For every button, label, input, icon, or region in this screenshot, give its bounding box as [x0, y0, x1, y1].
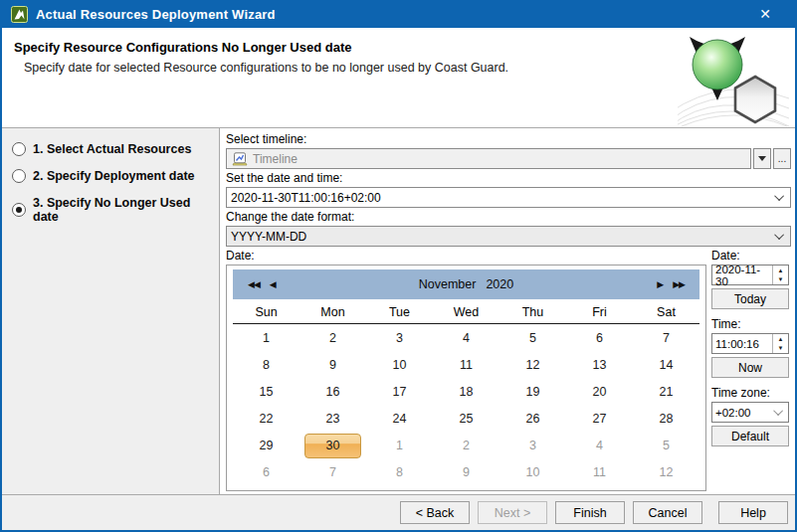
- calendar-day[interactable]: 29: [233, 433, 299, 459]
- next-button[interactable]: Next >: [478, 501, 547, 524]
- radio-icon[interactable]: [12, 142, 26, 156]
- datetime-value: 2020-11-30T11:00:16+02:00: [231, 191, 777, 205]
- calendar-day[interactable]: 7: [633, 324, 699, 351]
- timeline-value: Timeline: [253, 152, 298, 166]
- titlebar[interactable]: Actual Resources Deployment Wizard ✕: [2, 0, 795, 28]
- window-title: Actual Resources Deployment Wizard: [36, 7, 743, 22]
- calendar-day[interactable]: 27: [566, 405, 633, 432]
- timeline-diagram-icon: [232, 152, 248, 166]
- dow-label: Tue: [366, 302, 433, 323]
- step-label: 1. Select Actual Resources: [33, 142, 191, 156]
- day-of-week-row: Sun Mon Tue Wed Thu Fri Sat: [233, 302, 699, 324]
- calendar-grid: 1234567891011121314151617181920212223242…: [233, 324, 699, 486]
- calendar-day[interactable]: 6: [233, 459, 299, 486]
- calendar-day[interactable]: 23: [299, 405, 366, 432]
- calendar-day[interactable]: 11: [433, 351, 499, 378]
- radio-icon[interactable]: [12, 203, 26, 217]
- side-time-label: Time:: [711, 317, 789, 332]
- calendar-day[interactable]: 21: [633, 378, 699, 405]
- calendar-day[interactable]: 2: [433, 433, 499, 459]
- calendar-day[interactable]: 9: [433, 459, 499, 486]
- spin-up-icon[interactable]: ▲: [773, 266, 788, 275]
- calendar-day[interactable]: 1: [366, 433, 433, 459]
- previous-month-icon[interactable]: ◀: [265, 279, 281, 289]
- spin-down-icon[interactable]: ▼: [773, 344, 788, 354]
- calendar-day[interactable]: 10: [499, 459, 566, 486]
- timeline-combobox[interactable]: Timeline: [226, 148, 751, 169]
- uaf-wizard-logo: [678, 31, 789, 127]
- finish-button[interactable]: Finish: [555, 501, 625, 524]
- wizard-button-bar: < Back Next > Finish Cancel Help: [2, 494, 795, 530]
- calendar-day[interactable]: 30: [304, 434, 361, 458]
- date-spinner[interactable]: 2020-11-30 ▲ ▼: [711, 265, 789, 285]
- calendar-day[interactable]: 5: [633, 433, 699, 459]
- calendar-day[interactable]: 8: [233, 351, 299, 378]
- next-month-icon[interactable]: ▶: [652, 279, 668, 289]
- cancel-button[interactable]: Cancel: [633, 501, 702, 524]
- calendar-day[interactable]: 11: [566, 459, 633, 486]
- calendar-day[interactable]: 3: [499, 433, 566, 459]
- timezone-combobox[interactable]: +02:00: [711, 402, 789, 423]
- time-spinner-value: 11:00:16: [712, 334, 772, 353]
- step-specify-deployment-date[interactable]: 2. Specify Deployment date: [12, 169, 219, 183]
- calendar-day[interactable]: 1: [233, 324, 299, 351]
- radio-icon[interactable]: [12, 169, 26, 183]
- calendar-day[interactable]: 5: [499, 324, 566, 351]
- step-label: 2. Specify Deployment date: [33, 169, 195, 183]
- close-icon[interactable]: ✕: [743, 0, 787, 28]
- calendar-day[interactable]: 25: [433, 405, 499, 432]
- timeline-label: Select timeline:: [226, 132, 791, 147]
- timeline-dropdown-button[interactable]: [753, 148, 771, 169]
- help-button[interactable]: Help: [718, 501, 788, 524]
- calendar-day[interactable]: 20: [566, 378, 633, 405]
- calendar-column: Date: ◀◀ ◀ November2020 ▶ ▶▶ Sun Mon T: [226, 248, 709, 494]
- today-button[interactable]: Today: [711, 288, 789, 309]
- calendar-day[interactable]: 15: [233, 378, 299, 405]
- timeline-combo-row: Timeline ...: [226, 148, 791, 169]
- date-format-label: Change the date format:: [226, 210, 791, 225]
- previous-year-icon[interactable]: ◀◀: [243, 279, 265, 289]
- spin-up-icon[interactable]: ▲: [773, 334, 788, 344]
- calendar-day[interactable]: 12: [633, 459, 699, 486]
- side-date-label: Date:: [711, 249, 789, 264]
- datetime-combobox[interactable]: 2020-11-30T11:00:16+02:00: [226, 187, 791, 208]
- date-format-value: YYYY-MM-DD: [231, 230, 777, 244]
- calendar-day[interactable]: 9: [299, 351, 366, 378]
- calendar-day[interactable]: 17: [366, 378, 433, 405]
- calendar-day[interactable]: 6: [566, 324, 633, 351]
- steps-panel: 1. Select Actual Resources 2. Specify De…: [2, 128, 220, 494]
- calendar-day[interactable]: 10: [366, 351, 433, 378]
- calendar-day[interactable]: 16: [299, 378, 366, 405]
- calendar-header: ◀◀ ◀ November2020 ▶ ▶▶: [233, 269, 699, 299]
- calendar-panel: ◀◀ ◀ November2020 ▶ ▶▶ Sun Mon Tue Wed T…: [226, 265, 706, 491]
- date-format-combobox[interactable]: YYYY-MM-DD: [226, 226, 791, 247]
- magicdraw-app-icon: [11, 6, 28, 23]
- calendar-day[interactable]: 18: [433, 378, 499, 405]
- default-button[interactable]: Default: [711, 426, 789, 446]
- calendar-day[interactable]: 7: [299, 459, 366, 486]
- timeline-browse-button[interactable]: ...: [773, 148, 791, 169]
- calendar-day[interactable]: 12: [499, 351, 566, 378]
- wizard-header: Specify Resource Configurations No Longe…: [2, 28, 795, 128]
- back-button[interactable]: < Back: [400, 501, 470, 524]
- calendar-day[interactable]: 13: [566, 351, 633, 378]
- calendar-day[interactable]: 28: [633, 405, 699, 432]
- calendar-day[interactable]: 4: [566, 433, 633, 459]
- dow-label: Wed: [433, 302, 499, 323]
- calendar-day[interactable]: 26: [499, 405, 566, 432]
- calendar-day[interactable]: 4: [433, 324, 499, 351]
- calendar-row: Date: ◀◀ ◀ November2020 ▶ ▶▶ Sun Mon T: [226, 248, 791, 494]
- next-year-icon[interactable]: ▶▶: [668, 279, 690, 289]
- calendar-day[interactable]: 22: [233, 405, 299, 432]
- calendar-day[interactable]: 19: [499, 378, 566, 405]
- spin-down-icon[interactable]: ▼: [773, 275, 788, 285]
- calendar-day[interactable]: 8: [366, 459, 433, 486]
- time-spinner[interactable]: 11:00:16 ▲ ▼: [711, 333, 789, 354]
- now-button[interactable]: Now: [711, 357, 789, 378]
- calendar-day[interactable]: 2: [299, 324, 366, 351]
- calendar-day[interactable]: 3: [366, 324, 433, 351]
- step-specify-no-longer-used-date[interactable]: 3. Specify No Longer Used date: [12, 196, 219, 224]
- step-select-actual-resources[interactable]: 1. Select Actual Resources: [12, 142, 219, 156]
- calendar-day[interactable]: 24: [366, 405, 433, 432]
- calendar-day[interactable]: 14: [633, 351, 699, 378]
